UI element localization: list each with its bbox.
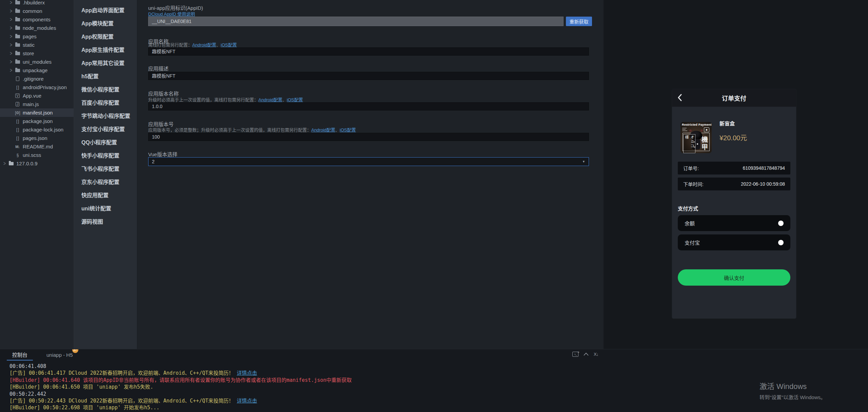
vue-version-select[interactable]: 2 ▼: [148, 157, 589, 166]
js-icon: J: [14, 102, 21, 106]
chevron-right-icon[interactable]: >: [8, 0, 14, 6]
version-code-note: 应用版本号，必须是整数；升级时必须高于上一次设置的值，离线打包需另行配置：And…: [148, 126, 356, 133]
tree-item-pages-json[interactable]: [ ]pages.json: [0, 134, 74, 142]
chevron-right-icon[interactable]: >: [2, 160, 7, 166]
version-code-input[interactable]: 100: [148, 133, 589, 141]
config-menu-item[interactable]: uni统计配置: [74, 202, 137, 215]
log-text: [广告] 00:50:22.443 DCloud 2022新春招聘开启，欢迎前端…: [9, 398, 237, 404]
console-log-line: [HBuilder] 00:06:41.640 该项目的AppID非当前账号所有…: [9, 377, 352, 384]
config-menu-item[interactable]: 字节跳动小程序配置: [74, 109, 137, 123]
tree-item-package-lock-json[interactable]: [ ]package-lock.json: [0, 125, 74, 134]
android-config-link[interactable]: Android配置: [192, 42, 216, 47]
tree-item-uni-modules[interactable]: >uni_modules: [0, 58, 74, 66]
tree-item-readme-md[interactable]: M↓README.md: [0, 142, 74, 151]
chevron-right-icon[interactable]: >: [8, 67, 14, 73]
config-menu-item[interactable]: 飞书小程序配置: [74, 162, 137, 176]
chevron-right-icon[interactable]: >: [8, 33, 14, 39]
clear-console-icon[interactable]: X↓: [594, 352, 598, 357]
tree-item--gitignore[interactable]: .gitignore: [0, 75, 74, 83]
tree-item-manifest-json[interactable]: [⚙]manifest.json: [0, 108, 74, 117]
config-menu-item[interactable]: 百度小程序配置: [74, 96, 137, 109]
folder-icon: [14, 35, 21, 38]
chevron-right-icon[interactable]: >: [8, 16, 14, 22]
confirm-pay-button[interactable]: 确认支付: [678, 269, 790, 286]
log-text: [HBuilder] 00:50:22.698 项目 'uniapp' 开始发布…: [9, 405, 159, 411]
folder-icon: [14, 52, 21, 55]
ios-config-link[interactable]: iOS配置: [340, 127, 356, 132]
config-menu-item[interactable]: h5配置: [74, 70, 137, 83]
radio-circle-icon[interactable]: [778, 240, 784, 245]
new-terminal-icon[interactable]: >_+: [572, 352, 578, 357]
config-menu-item[interactable]: App权限配置: [74, 30, 137, 43]
config-menu-item[interactable]: 快应用配置: [74, 189, 137, 202]
config-menu-item[interactable]: App常用其它设置: [74, 57, 137, 70]
refresh-appid-button[interactable]: 重新获取: [566, 17, 592, 26]
app-name-input[interactable]: 趣模板NFT: [148, 47, 589, 56]
log-link[interactable]: 详情点击: [237, 398, 257, 404]
tree-item-uni-scss[interactable]: §uni.scss: [0, 151, 74, 159]
log-link[interactable]: 详情点击: [237, 370, 257, 376]
config-menu-item[interactable]: App原生插件配置: [74, 43, 137, 57]
version-name-input[interactable]: 1.0.0: [148, 102, 589, 110]
pay-option-row[interactable]: 支付宝: [678, 234, 790, 250]
log-text: 00:50:22.442: [9, 391, 46, 397]
tree-item--hbuilderx[interactable]: >.hbuilderx: [0, 0, 74, 7]
config-menu-item[interactable]: QQ小程序配置: [74, 136, 137, 149]
tree-item-main-js[interactable]: Jmain.js: [0, 100, 74, 108]
config-menu-item[interactable]: App启动界面配置: [74, 4, 137, 17]
folder-icon: [14, 1, 21, 4]
chevron-right-icon[interactable]: >: [8, 42, 14, 48]
version-name-label: 应用版本名称: [148, 90, 179, 97]
pay-option-label: 支付宝: [685, 239, 700, 246]
ios-config-link[interactable]: iOS配置: [287, 97, 303, 102]
tree-item-androidprivacy-json[interactable]: [ ]androidPrivacy.json: [0, 83, 74, 91]
chevron-right-icon[interactable]: >: [8, 50, 14, 56]
tree-item-package-json[interactable]: [ ]package.json: [0, 117, 74, 125]
tree-item-components[interactable]: >components: [0, 15, 74, 24]
app-name-note: 离线打包需另行配置：Android配置、iOS配置: [148, 41, 237, 48]
config-menu-item[interactable]: 源码视图: [74, 215, 137, 228]
order-info-label: 订单号:: [683, 165, 699, 171]
console-log-line: 00:06:41.408: [9, 363, 352, 370]
console-log-line: [HBuilder] 00:06:41.650 项目 'uniapp' 发布h5…: [9, 384, 352, 390]
dcloud-appid-help-link[interactable]: DCloud AppID 使用说明: [148, 12, 195, 17]
pay-method-label: 支付方式: [678, 205, 698, 212]
chevron-right-icon[interactable]: >: [8, 25, 14, 31]
tree-item-127-0-0-9[interactable]: >127.0.0.9: [0, 159, 74, 168]
config-menu-item[interactable]: 支付宝小程序配置: [74, 123, 137, 136]
back-icon[interactable]: [677, 94, 682, 103]
tree-item-label: components: [23, 17, 51, 22]
chevron-right-icon[interactable]: >: [8, 59, 14, 65]
file-icon: [14, 77, 21, 81]
pay-option-row[interactable]: 余额: [678, 215, 790, 231]
android-config-link[interactable]: Android配置: [258, 97, 282, 102]
order-info-value: 6109394817848794: [743, 165, 785, 171]
app-desc-input[interactable]: 趣模板NFT: [148, 72, 589, 80]
android-config-link[interactable]: Android配置: [311, 127, 335, 132]
config-menu-item[interactable]: App模块配置: [74, 17, 137, 30]
radio-circle-icon[interactable]: [778, 221, 784, 226]
tree-item-static[interactable]: >static: [0, 41, 74, 49]
tab-console[interactable]: 控制台: [7, 349, 33, 360]
collapse-panel-icon[interactable]: [584, 351, 589, 357]
appid-input[interactable]: __UNI__DAE0E81: [148, 17, 564, 26]
config-menu-item[interactable]: App图标配置: [74, 0, 137, 4]
tree-item-unpackage[interactable]: >unpackage: [0, 66, 74, 75]
tree-item-pages[interactable]: >pages: [0, 32, 74, 41]
watermark-title: 激活 Windows: [760, 380, 826, 391]
console-log-line: 00:50:22.442: [9, 391, 352, 397]
tree-item-node-modules[interactable]: >node_modules: [0, 24, 74, 32]
tab-uniapp-h5[interactable]: uniapp - H5 37: [46, 349, 73, 360]
config-menu-item[interactable]: 微信小程序配置: [74, 83, 137, 96]
tree-item-app-vue[interactable]: VApp.vue: [0, 91, 74, 100]
tree-item-label: package.json: [23, 118, 53, 124]
tree-item-label: App.vue: [23, 93, 41, 99]
product-image-top-text: Restricted Payment: [682, 123, 712, 126]
tree-item-common[interactable]: >common: [0, 7, 74, 15]
ios-config-link[interactable]: iOS配置: [221, 42, 237, 47]
config-menu-item[interactable]: 京东小程序配置: [74, 176, 137, 189]
order-info-value: 2022-06-10 00:59:08: [741, 181, 785, 187]
chevron-right-icon[interactable]: >: [8, 8, 14, 14]
tree-item-store[interactable]: >store: [0, 49, 74, 58]
config-menu-item[interactable]: 快手小程序配置: [74, 149, 137, 162]
